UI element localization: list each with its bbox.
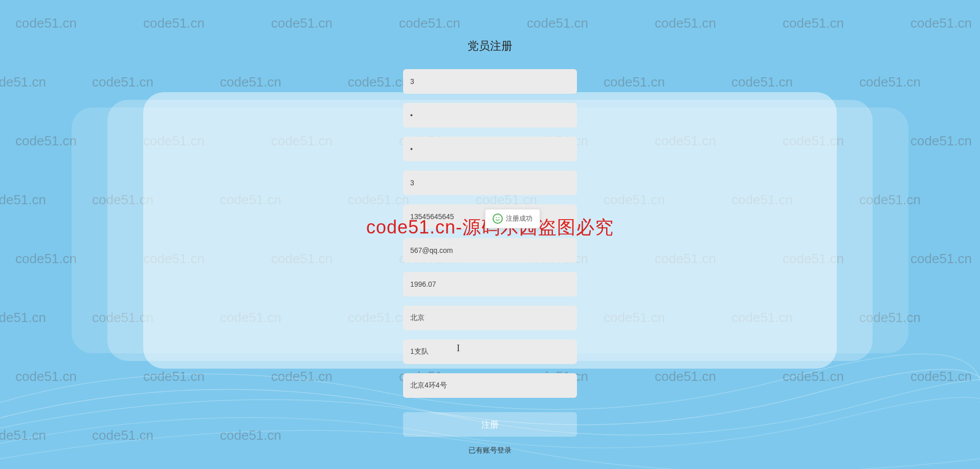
address-field[interactable] bbox=[403, 373, 577, 398]
success-tooltip: 注册成功 bbox=[485, 209, 540, 228]
branch-field[interactable] bbox=[403, 339, 577, 364]
watermark: code51.cn bbox=[0, 192, 46, 208]
watermark: code51.cn bbox=[0, 74, 46, 90]
watermark: code51.cn bbox=[0, 310, 46, 326]
username-field[interactable] bbox=[403, 69, 577, 94]
watermark: code51.cn bbox=[348, 74, 409, 90]
watermark: code51.cn bbox=[859, 74, 921, 90]
watermark: code51.cn bbox=[399, 15, 460, 31]
id-number-field[interactable] bbox=[403, 170, 577, 195]
watermark: code51.cn bbox=[731, 74, 793, 90]
birth-date-field[interactable] bbox=[403, 272, 577, 296]
watermark: code51.cn bbox=[15, 369, 77, 385]
watermark: code51.cn bbox=[655, 15, 716, 31]
confirm-password-field[interactable] bbox=[403, 137, 577, 161]
watermark: code51.cn bbox=[910, 133, 972, 149]
watermark: code51.cn bbox=[15, 251, 77, 267]
city-field[interactable] bbox=[403, 306, 577, 330]
watermark: code51.cn bbox=[92, 74, 153, 90]
svg-point-1 bbox=[499, 217, 500, 218]
watermark: code51.cn bbox=[220, 428, 281, 443]
watermark: code51.cn bbox=[271, 369, 332, 385]
watermark: code51.cn bbox=[910, 369, 972, 385]
watermark: code51.cn bbox=[910, 15, 972, 31]
tooltip-text: 注册成功 bbox=[506, 214, 532, 223]
registration-form: 党员注册 注册 已有账号登录 bbox=[400, 38, 580, 455]
smiley-icon bbox=[493, 214, 503, 224]
watermark: code51.cn bbox=[15, 15, 77, 31]
watermark: code51.cn bbox=[0, 428, 46, 443]
watermark: code51.cn bbox=[783, 369, 844, 385]
watermark: code51.cn bbox=[604, 74, 665, 90]
register-button[interactable]: 注册 bbox=[403, 412, 577, 437]
watermark: code51.cn bbox=[143, 15, 205, 31]
watermark: code51.cn bbox=[271, 15, 332, 31]
login-link[interactable]: 已有账号登录 bbox=[469, 446, 511, 455]
watermark: code51.cn bbox=[527, 15, 588, 31]
svg-point-0 bbox=[496, 217, 497, 218]
watermark: code51.cn bbox=[655, 369, 716, 385]
watermark: code51.cn bbox=[143, 369, 205, 385]
form-title: 党员注册 bbox=[467, 38, 513, 54]
watermark: code51.cn bbox=[783, 15, 844, 31]
watermark: code51.cn bbox=[910, 251, 972, 267]
watermark: code51.cn bbox=[92, 428, 153, 443]
watermark: code51.cn bbox=[15, 133, 77, 149]
email-field[interactable] bbox=[403, 238, 577, 263]
watermark: code51.cn bbox=[220, 74, 281, 90]
password-field[interactable] bbox=[403, 103, 577, 127]
